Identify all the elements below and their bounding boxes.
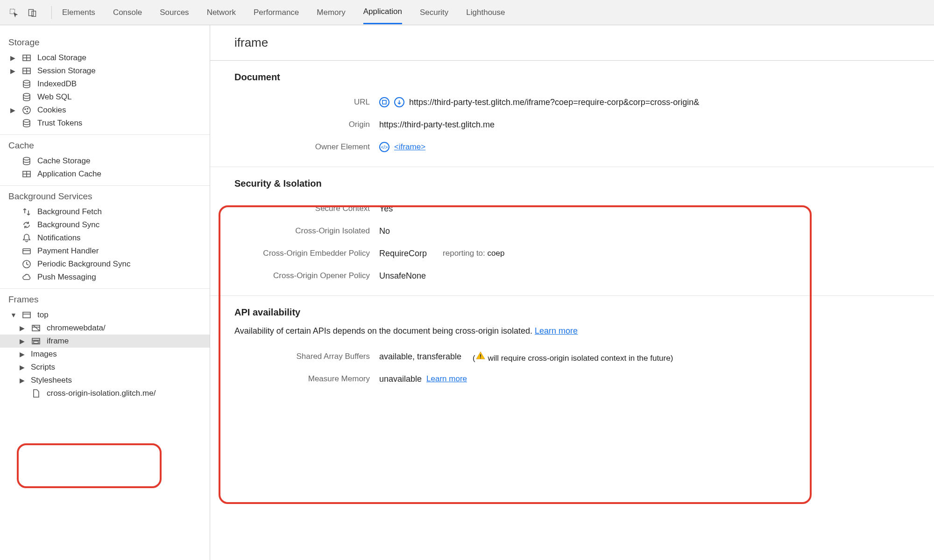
svg-point-14 — [27, 111, 28, 112]
owner-element-link[interactable]: <iframe> — [394, 142, 425, 152]
svg-point-15 — [23, 119, 30, 122]
inspect-icon[interactable] — [8, 8, 19, 17]
table-icon — [21, 66, 32, 76]
devtools-toolbar: Elements Console Sources Network Perform… — [0, 0, 934, 25]
svg-rect-30 — [34, 341, 38, 343]
sidebar-item-indexeddb[interactable]: IndexedDB — [0, 77, 210, 91]
database-icon — [21, 92, 32, 102]
reveal-element-icon[interactable]: </> — [379, 142, 389, 152]
svg-rect-32 — [480, 354, 481, 357]
sidebar-item-label: Cookies — [37, 105, 66, 115]
origin-label: Origin — [234, 120, 379, 129]
svg-point-11 — [23, 106, 30, 114]
sidebar-item-push[interactable]: Push Messaging — [0, 271, 210, 284]
svg-line-27 — [33, 325, 40, 331]
tab-network[interactable]: Network — [207, 1, 236, 24]
svg-point-13 — [27, 108, 28, 109]
window-icon — [21, 310, 32, 320]
coep-reporting-value: coep — [488, 249, 505, 258]
sidebar-item-application-cache[interactable]: Application Cache — [0, 168, 210, 181]
sidebar-item-websql[interactable]: Web SQL — [0, 91, 210, 104]
sidebar-item-iframe[interactable]: ▶iframe — [0, 335, 210, 348]
cookie-icon — [21, 105, 32, 115]
security-heading: Security & Isolation — [234, 178, 910, 189]
database-icon — [21, 79, 32, 89]
coi-value: No — [379, 226, 390, 236]
reload-icon[interactable] — [394, 97, 404, 107]
mm-learn-more-link[interactable]: Learn more — [426, 374, 467, 384]
sidebar-item-notifications[interactable]: Notifications — [0, 231, 210, 245]
svg-point-12 — [25, 109, 26, 110]
sidebar-item-cookies[interactable]: ▶Cookies — [0, 104, 210, 117]
secure-context-label: Secure Context — [234, 204, 379, 213]
storage-header: Storage — [0, 34, 210, 51]
sidebar-item-label: Trust Tokens — [37, 119, 82, 128]
url-value: https://third-party-test.glitch.me/ifram… — [409, 98, 699, 107]
card-icon — [21, 246, 32, 256]
sidebar-item-scripts[interactable]: ▶Scripts — [0, 361, 210, 374]
sidebar-item-label: Web SQL — [37, 92, 71, 102]
svg-point-10 — [23, 93, 30, 96]
sidebar-item-label: Background Sync — [37, 220, 99, 230]
bg-services-header: Background Services — [0, 188, 210, 205]
sidebar-item-label: iframe — [47, 336, 69, 346]
sidebar-item-chromewebdata[interactable]: ▶chromewebdata/ — [0, 322, 210, 335]
api-desc: Availability of certain APIs depends on … — [234, 326, 535, 336]
svg-rect-23 — [23, 312, 30, 318]
bell-icon — [21, 233, 32, 243]
warning-icon — [475, 350, 486, 361]
tab-lighthouse[interactable]: Lighthouse — [466, 1, 505, 24]
svg-rect-1 — [29, 9, 34, 15]
database-icon — [21, 119, 32, 128]
coop-label: Cross-Origin Opener Policy — [234, 271, 379, 280]
sidebar-item-label: IndexedDB — [37, 79, 77, 89]
device-toggle-icon[interactable] — [27, 8, 37, 17]
svg-point-9 — [23, 80, 30, 83]
document-heading: Document — [234, 72, 910, 83]
tab-elements[interactable]: Elements — [62, 1, 95, 24]
sidebar-item-label: Scripts — [31, 363, 55, 372]
database-icon — [21, 156, 32, 166]
sidebar-item-bg-fetch[interactable]: Background Fetch — [0, 205, 210, 218]
sidebar-item-cache-storage[interactable]: Cache Storage — [0, 154, 210, 168]
api-heading: API availability — [234, 307, 910, 318]
sidebar-item-label: Payment Handler — [37, 246, 99, 256]
sidebar-item-periodic-sync[interactable]: Periodic Background Sync — [0, 258, 210, 271]
origin-value: https://third-party-test.glitch.me — [379, 120, 495, 130]
toolbar-separator — [51, 6, 52, 19]
application-sidebar: Storage ▶Local Storage ▶Session Storage … — [0, 25, 210, 560]
sidebar-item-local-storage[interactable]: ▶Local Storage — [0, 51, 210, 64]
sidebar-item-label: Cache Storage — [37, 156, 90, 166]
sidebar-item-bg-sync[interactable]: Background Sync — [0, 218, 210, 231]
file-icon — [31, 389, 41, 398]
sidebar-item-label: Periodic Background Sync — [37, 259, 130, 269]
sidebar-item-stylesheets[interactable]: ▶Stylesheets — [0, 374, 210, 387]
sync-icon — [21, 220, 32, 230]
sidebar-item-trust-tokens[interactable]: Trust Tokens — [0, 117, 210, 130]
coep-reporting-prefix: reporting to: — [443, 249, 487, 258]
tab-sources[interactable]: Sources — [160, 1, 189, 24]
sidebar-item-label: cross-origin-isolation.glitch.me/ — [47, 389, 156, 398]
svg-point-16 — [23, 157, 30, 160]
transfer-icon — [21, 207, 32, 217]
tab-performance[interactable]: Performance — [254, 1, 299, 24]
sidebar-item-session-storage[interactable]: ▶Session Storage — [0, 64, 210, 77]
sidebar-item-label: top — [37, 310, 49, 320]
tab-security[interactable]: Security — [420, 1, 448, 24]
sidebar-item-cross-origin-host[interactable]: cross-origin-isolation.glitch.me/ — [0, 387, 210, 400]
tab-console[interactable]: Console — [113, 1, 142, 24]
sidebar-item-images[interactable]: ▶Images — [0, 348, 210, 361]
page-title: iframe — [210, 25, 934, 61]
sidebar-item-payment[interactable]: Payment Handler — [0, 245, 210, 258]
tab-memory[interactable]: Memory — [317, 1, 345, 24]
sidebar-item-label: Push Messaging — [37, 273, 96, 282]
tab-application[interactable]: Application — [363, 0, 402, 24]
sab-note-text: will require cross-origin isolated conte… — [486, 354, 673, 363]
coep-value: RequireCorp — [379, 249, 427, 259]
devtools-tabs: Elements Console Sources Network Perform… — [58, 0, 505, 24]
api-learn-more-link[interactable]: Learn more — [535, 326, 578, 336]
table-icon — [21, 169, 32, 179]
sidebar-item-top[interactable]: ▼top — [0, 308, 210, 322]
coep-label: Cross-Origin Embedder Policy — [234, 249, 379, 258]
open-same-origin-icon[interactable] — [379, 97, 389, 107]
